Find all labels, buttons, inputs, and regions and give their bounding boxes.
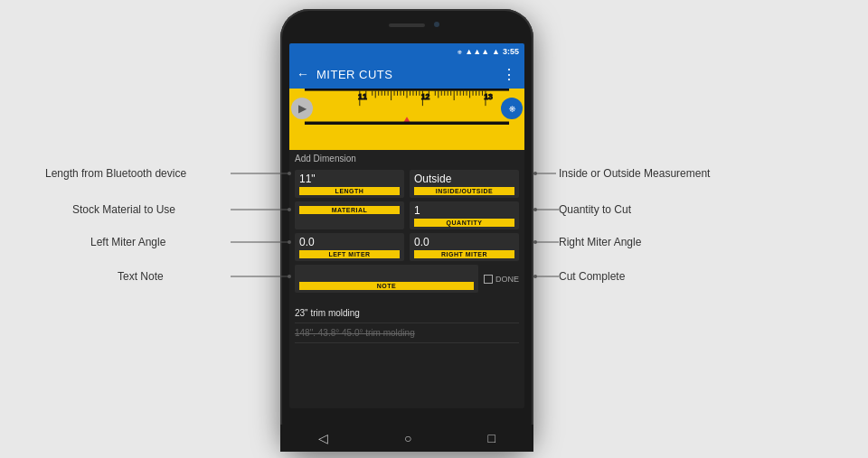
annotation-done: Cut Complete [559,270,625,283]
back-button[interactable]: ← [297,67,309,81]
ruler-container: ▶ ⎈ 11 1 [289,89,524,150]
form-row-material: MATERIAL 1 QUANTITY [295,201,519,229]
quantity-label: QUANTITY [414,219,514,227]
phone-camera [434,22,439,27]
ruler-right-button[interactable]: ⎈ [501,98,523,119]
annotation-left-miter-label: Left Miter Angle [90,236,165,248]
phone-nav: ◁ ○ □ [280,425,533,452]
bluetooth-icon: ⎈ [509,102,515,115]
done-label: DONE [495,275,519,284]
quantity-value: 1 [414,204,514,217]
ruler-svg: 11 12 13 [289,89,524,125]
annotation-right-miter-label: Right Miter Angle [559,236,641,248]
length-value: 11" [299,173,400,185]
annotation-quantity: Quantity to Cut [559,203,631,216]
status-wifi: ▲ [492,47,500,56]
form-row-length: 11" LENGTH Outside INSIDE/OUTSIDE [295,170,519,198]
inside-outside-value: Outside [414,173,514,185]
status-time: 3:55 [503,47,519,56]
form-area: 11" LENGTH Outside INSIDE/OUTSIDE MATERI… [289,166,524,300]
annotation-inside-outside-label: Inside or Outside Measurement [559,167,710,180]
annotation-material-label: Stock Material to Use [72,203,175,216]
svg-point-53 [533,172,537,175]
nav-back-button[interactable]: ◁ [318,431,328,445]
svg-rect-43 [305,122,509,125]
app-bar: ← MITER CUTS ⋮ [289,60,524,89]
list-area: 23" trim molding 148". 43.8° 45.0° trim … [289,300,524,347]
status-bluetooth: ​⎈ [458,48,462,56]
left-miter-label: LEFT MITER [299,250,400,258]
svg-rect-1 [305,89,509,91]
phone-screen: ​⎈ ▲▲▲ ▲ 3:55 ← MITER CUTS ⋮ ▶ ⎈ [289,43,524,408]
scene: ​⎈ ▲▲▲ ▲ 3:55 ← MITER CUTS ⋮ ▶ ⎈ [0,0,868,458]
done-cell[interactable]: DONE [484,275,519,284]
note-cell[interactable]: NOTE [295,265,478,293]
status-bar: ​⎈ ▲▲▲ ▲ 3:55 [289,43,524,60]
right-miter-label: RIGHT MITER [414,250,514,258]
annotation-note: Text Note [118,270,164,283]
add-dimension-bar[interactable]: Add Dimension [289,150,524,166]
form-row-miters: 0.0 LEFT MITER 0.0 RIGHT MITER [295,233,519,261]
note-label: NOTE [299,282,474,290]
app-title: MITER CUTS [316,68,495,81]
nav-home-button[interactable]: ○ [404,431,411,445]
quantity-cell[interactable]: 1 QUANTITY [410,201,519,229]
left-miter-value: 0.0 [299,236,400,248]
annotation-quantity-label: Quantity to Cut [559,203,631,216]
form-row-note: NOTE DONE [295,265,519,293]
material-cell[interactable]: MATERIAL [295,201,404,229]
svg-text:13: 13 [484,92,493,101]
note-value [299,267,474,280]
list-item-text-strikethrough: 148". 43.8° 45.0° trim molding [295,328,415,338]
annotation-material: Stock Material to Use [72,203,175,216]
svg-point-59 [533,275,537,278]
annotation-bluetooth-label: Length from Bluetooth device [45,167,186,180]
right-miter-cell[interactable]: 0.0 RIGHT MITER [410,233,519,261]
phone-speaker [389,23,425,27]
ruler-left-button[interactable]: ▶ [291,98,313,119]
svg-point-55 [533,208,537,211]
left-miter-cell[interactable]: 0.0 LEFT MITER [295,233,404,261]
inside-outside-label: INSIDE/OUTSIDE [414,187,514,195]
annotation-note-label: Text Note [118,270,164,283]
done-checkbox[interactable] [484,275,493,284]
length-label: LENGTH [299,187,400,195]
status-signal: ▲▲▲ [465,47,489,56]
material-label: MATERIAL [299,206,400,214]
inside-outside-cell[interactable]: Outside INSIDE/OUTSIDE [410,170,519,198]
menu-button[interactable]: ⋮ [502,66,517,83]
nav-recent-button[interactable]: □ [488,431,495,445]
annotation-right-miter: Right Miter Angle [559,236,641,248]
phone-shell: ​⎈ ▲▲▲ ▲ 3:55 ← MITER CUTS ⋮ ▶ ⎈ [280,9,533,452]
annotation-left-miter: Left Miter Angle [90,236,165,248]
list-item[interactable]: 23" trim molding [295,304,519,323]
annotation-inside-outside: Inside or Outside Measurement [559,167,710,180]
list-item[interactable]: 148". 43.8° 45.0° trim molding [295,323,519,343]
add-dimension-label: Add Dimension [295,154,356,164]
right-miter-value: 0.0 [414,236,514,248]
svg-point-57 [533,240,537,244]
annotation-bluetooth: Length from Bluetooth device [45,167,186,180]
length-cell[interactable]: 11" LENGTH [295,170,404,198]
list-item-text: 23" trim molding [295,308,360,318]
annotation-done-label: Cut Complete [559,270,625,283]
